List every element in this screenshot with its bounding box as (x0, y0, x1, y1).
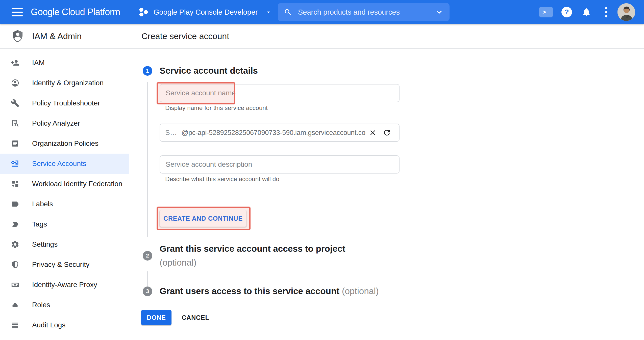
page-header: Create service account (129, 24, 644, 49)
sidebar-item-labels[interactable]: Labels (0, 194, 129, 214)
refresh-icon[interactable] (380, 126, 394, 140)
top-bar: Google Cloud Platform Google Play Consol… (0, 0, 644, 24)
menu-icon[interactable] (12, 7, 23, 17)
step-1-badge: 1 (143, 66, 152, 76)
step-3-title: Grant users access to this service accou… (160, 286, 379, 297)
stepper-line (147, 271, 148, 287)
id-domain-text: @pc-api-5289252825067090733-590.iam.gser… (182, 129, 366, 137)
sidebar-item-privacy-security[interactable]: Privacy & Security (0, 254, 129, 275)
sidebar-item-service-accounts[interactable]: Service Accounts (0, 154, 129, 174)
caret-down-icon (265, 9, 272, 16)
proxy-icon (11, 280, 20, 289)
avatar-photo (617, 3, 635, 21)
sidebar-item-policy-troubleshooter[interactable]: Policy Troubleshooter (0, 93, 129, 113)
label-icon (11, 200, 20, 209)
tag-arrow-icon (11, 220, 20, 229)
id-prefix-text: S… (165, 129, 177, 137)
service-account-description-input[interactable] (165, 160, 394, 169)
sidebar-title: IAM & Admin (32, 24, 82, 48)
step-2-title-text: Grant this service account access to pro… (160, 244, 345, 253)
article-icon (11, 139, 20, 148)
more-vert-icon[interactable] (600, 0, 612, 24)
sidebar-item-workload-identity-federation[interactable]: Workload Identity Federation (0, 174, 129, 194)
main-content: Create service account 1 Service account… (129, 24, 644, 340)
sidebar-item-organization-policies[interactable]: Organization Policies (0, 133, 129, 154)
sidebar-item-iam[interactable]: IAM (0, 53, 129, 73)
shield-icon (11, 260, 20, 269)
gcp-console: Google Cloud Platform Google Play Consol… (0, 0, 644, 340)
project-name: Google Play Console Developer (154, 8, 258, 16)
step-1-title: Service account details (160, 66, 258, 76)
sidebar-item-identity-organization[interactable]: Identity & Organization (0, 73, 129, 93)
document-search-icon (11, 119, 20, 128)
sidebar-item-policy-analyzer[interactable]: Policy Analyzer (0, 113, 129, 133)
account-circle-icon (11, 78, 20, 88)
sidebar-header: IAM & Admin (0, 24, 129, 49)
gcp-logo[interactable]: Google Cloud Platform (31, 0, 120, 24)
sidebar-item-identity-aware-proxy[interactable]: Identity-Aware Proxy (0, 275, 129, 295)
log-lines-icon (11, 321, 20, 330)
step-3-optional-text: (optional) (342, 286, 379, 296)
search-icon (284, 8, 292, 16)
step-3-title-text: Grant users access to this service accou… (160, 286, 339, 296)
sidebar-item-roles[interactable]: Roles (0, 295, 129, 315)
cloud-shell-icon[interactable]: >_ (538, 0, 554, 24)
service-account-key-icon (11, 159, 20, 168)
chevron-down-icon[interactable] (435, 8, 443, 16)
clear-icon[interactable] (366, 126, 380, 140)
notifications-icon[interactable] (579, 0, 593, 24)
person-add-icon (11, 58, 20, 67)
workspaces-icon (11, 179, 20, 188)
search-bar[interactable] (278, 3, 450, 21)
help-icon[interactable]: ? (560, 0, 574, 24)
step-3-badge: 3 (143, 287, 152, 296)
name-helper-text: Display name for this service account (165, 104, 268, 111)
sidebar-item-tags[interactable]: Tags (0, 214, 129, 234)
service-account-name-field[interactable] (160, 84, 400, 102)
step-2-badge: 2 (143, 251, 152, 261)
iam-admin-shield-icon (11, 28, 25, 44)
step-2-optional-text: (optional) (160, 258, 196, 267)
sidebar-item-audit-logs[interactable]: Audit Logs (0, 315, 129, 335)
hat-icon (11, 300, 20, 309)
sidebar: IAM & Admin IAM Identity & Organization … (0, 24, 129, 340)
gear-icon (11, 240, 20, 249)
page-title: Create service account (141, 24, 229, 48)
description-helper-text: Describe what this service account will … (165, 176, 279, 183)
cancel-button[interactable]: CANCEL (179, 310, 212, 325)
service-account-name-input[interactable] (165, 89, 394, 97)
avatar[interactable] (617, 0, 635, 24)
sidebar-nav: IAM Identity & Organization Policy Troub… (0, 49, 129, 335)
stepper-line (147, 82, 148, 237)
sidebar-item-settings[interactable]: Settings (0, 234, 129, 254)
service-account-id-field[interactable]: S… @pc-api-5289252825067090733-590.iam.g… (160, 124, 400, 142)
done-button[interactable]: DONE (141, 310, 171, 325)
project-hexagons-icon (138, 6, 150, 18)
project-selector[interactable]: Google Play Console Developer (138, 0, 272, 24)
step-2-title: Grant this service account access to pro… (160, 242, 345, 269)
search-input[interactable] (298, 8, 435, 17)
service-account-description-field[interactable] (160, 155, 400, 174)
wrench-icon (11, 99, 20, 108)
create-and-continue-button[interactable]: CREATE AND CONTINUE (160, 210, 246, 227)
